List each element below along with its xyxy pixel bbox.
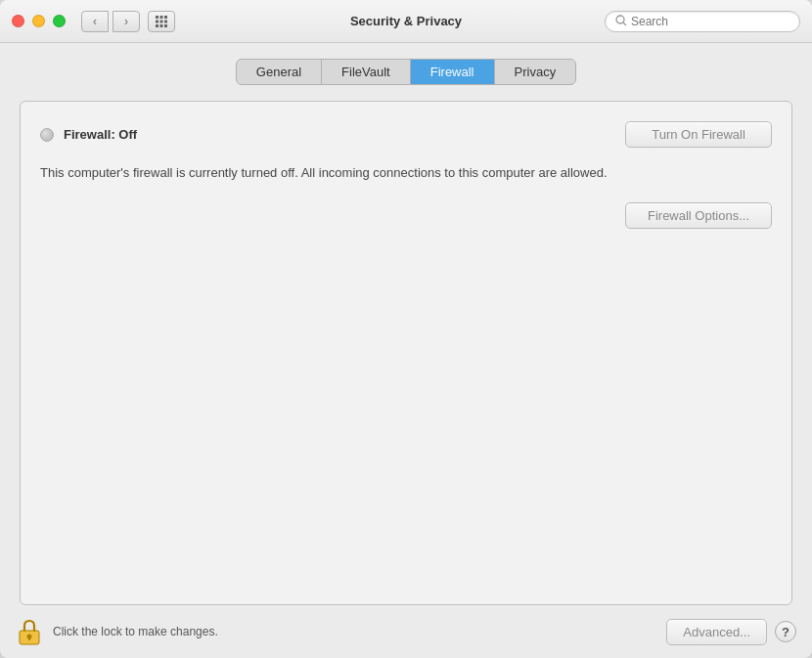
- nav-buttons: ‹ ›: [81, 11, 140, 32]
- search-box[interactable]: [605, 11, 800, 32]
- advanced-button[interactable]: Advanced...: [666, 619, 767, 645]
- window-title: Security & Privacy: [350, 14, 462, 28]
- lock-text: Click the lock to make changes.: [53, 625, 218, 638]
- firewall-status-label: Firewall: Off: [64, 127, 137, 142]
- tabs-container: General FileVault Firewall Privacy: [20, 59, 792, 85]
- svg-rect-1: [160, 16, 163, 19]
- back-button[interactable]: ‹: [81, 11, 109, 32]
- main-window: ‹ › Security & Privacy: [0, 0, 812, 658]
- lock-icon: [16, 618, 43, 645]
- svg-rect-8: [164, 24, 167, 27]
- bottom-right-buttons: Advanced... ?: [666, 619, 796, 645]
- svg-rect-6: [156, 24, 158, 27]
- tab-firewall[interactable]: Firewall: [411, 60, 495, 84]
- grid-icon: [155, 15, 168, 28]
- firewall-options-row: Firewall Options...: [40, 202, 772, 229]
- lock-section[interactable]: Click the lock to make changes.: [16, 618, 218, 645]
- help-button[interactable]: ?: [775, 621, 796, 642]
- titlebar: ‹ › Security & Privacy: [0, 0, 812, 43]
- firewall-status-left: Firewall: Off: [40, 127, 137, 142]
- forward-button[interactable]: ›: [113, 11, 140, 32]
- firewall-options-button[interactable]: Firewall Options...: [625, 202, 772, 229]
- svg-rect-13: [28, 636, 30, 640]
- svg-rect-0: [156, 16, 158, 19]
- svg-rect-3: [156, 20, 158, 22]
- content-area: General FileVault Firewall Privacy Firew: [0, 43, 812, 605]
- search-input[interactable]: [631, 15, 789, 28]
- close-button[interactable]: [12, 15, 24, 27]
- traffic-lights: [12, 15, 66, 27]
- search-icon: [615, 15, 627, 28]
- svg-rect-2: [164, 16, 167, 19]
- tabs: General FileVault Firewall Privacy: [236, 59, 576, 85]
- turn-on-firewall-button[interactable]: Turn On Firewall: [625, 121, 772, 148]
- tab-general[interactable]: General: [237, 60, 322, 84]
- svg-rect-7: [160, 24, 163, 27]
- tab-privacy[interactable]: Privacy: [495, 60, 576, 84]
- svg-rect-4: [160, 20, 163, 22]
- svg-point-9: [616, 16, 624, 23]
- status-indicator: [40, 128, 54, 142]
- grid-button[interactable]: [148, 11, 175, 32]
- firewall-status-row: Firewall: Off Turn On Firewall: [40, 121, 772, 148]
- bottom-bar: Click the lock to make changes. Advanced…: [0, 605, 812, 658]
- svg-line-10: [623, 22, 626, 25]
- tab-filevault[interactable]: FileVault: [322, 60, 411, 84]
- svg-rect-5: [164, 20, 167, 22]
- firewall-description: This computer's firewall is currently tu…: [40, 163, 627, 183]
- maximize-button[interactable]: [53, 15, 66, 27]
- minimize-button[interactable]: [32, 15, 45, 27]
- main-panel: Firewall: Off Turn On Firewall This comp…: [20, 101, 792, 605]
